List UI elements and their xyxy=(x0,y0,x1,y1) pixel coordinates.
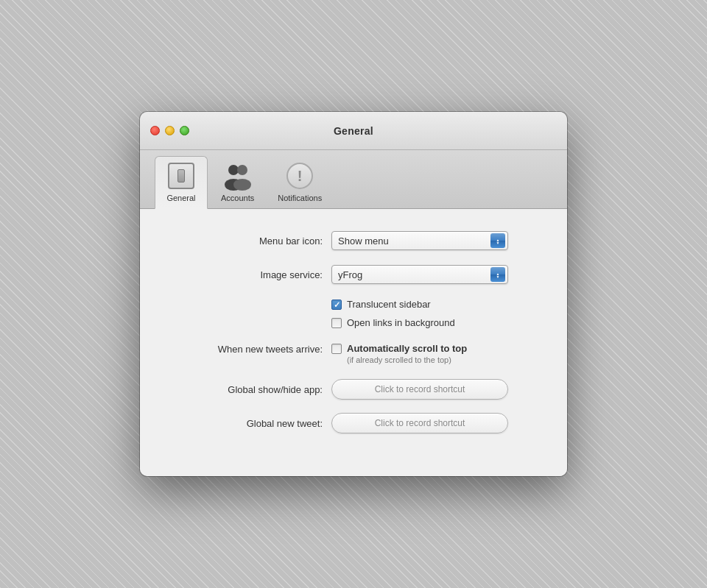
global-tweet-row: Global new tweet: Click to record shortc… xyxy=(169,413,538,433)
auto-scroll-check-row: Automatically scroll to top xyxy=(331,343,467,354)
tab-notifications[interactable]: ! Notifications xyxy=(267,157,332,208)
window-title: General xyxy=(334,125,373,137)
preferences-window: General General Accounts ! xyxy=(140,112,567,476)
new-tweets-content: Automatically scroll to top (if already … xyxy=(331,343,467,364)
translucent-sidebar-row: Translucent sidebar xyxy=(331,299,538,310)
svg-point-3 xyxy=(233,179,251,191)
auto-scroll-subtext: (if already scrolled to the top) xyxy=(347,355,467,364)
svg-point-0 xyxy=(228,165,239,175)
content-area: Menu bar icon: Show menu Hide menu Image… xyxy=(140,209,567,476)
auto-scroll-label: Automatically scroll to top xyxy=(347,343,467,354)
notifications-icon: ! xyxy=(285,161,314,191)
accounts-icon xyxy=(223,161,253,191)
tab-accounts-label: Accounts xyxy=(221,194,254,202)
translucent-sidebar-label: Translucent sidebar xyxy=(347,299,431,310)
tab-notifications-label: Notifications xyxy=(278,194,322,202)
minimize-button[interactable] xyxy=(165,126,175,135)
global-show-label: Global show/hide app: xyxy=(169,384,331,395)
maximize-button[interactable] xyxy=(180,126,189,135)
checkboxes-row: Translucent sidebar Open links in backgr… xyxy=(169,299,538,328)
form: Menu bar icon: Show menu Hide menu Image… xyxy=(169,231,538,433)
menu-bar-icon-control: Show menu Hide menu xyxy=(331,231,538,250)
toolbar: General Accounts ! Notifications xyxy=(140,150,567,209)
menu-bar-icon-label: Menu bar icon: xyxy=(169,235,331,247)
checkboxes-area: Translucent sidebar Open links in backgr… xyxy=(331,299,538,328)
new-tweets-row: When new tweets arrive: Automatically sc… xyxy=(169,343,538,364)
tab-accounts[interactable]: Accounts xyxy=(211,157,264,208)
general-icon xyxy=(166,161,196,191)
open-links-checkbox[interactable] xyxy=(331,318,342,328)
global-show-shortcut-button[interactable]: Click to record shortcut xyxy=(331,379,508,400)
menu-bar-icon-row: Menu bar icon: Show menu Hide menu xyxy=(169,231,538,250)
close-button[interactable] xyxy=(150,126,160,135)
auto-scroll-checkbox[interactable] xyxy=(331,344,342,354)
menu-bar-icon-select-wrapper: Show menu Hide menu xyxy=(331,231,508,250)
image-service-row: Image service: yFrog TwitPic img.ly xyxy=(169,265,538,284)
image-service-select[interactable]: yFrog TwitPic img.ly xyxy=(331,265,508,284)
image-service-select-wrapper: yFrog TwitPic img.ly xyxy=(331,265,508,284)
titlebar: General xyxy=(140,112,567,150)
tab-general[interactable]: General xyxy=(155,156,208,209)
svg-point-2 xyxy=(237,165,247,175)
open-links-row: Open links in background xyxy=(331,317,538,328)
new-tweets-label: When new tweets arrive: xyxy=(169,343,331,355)
menu-bar-icon-select[interactable]: Show menu Hide menu xyxy=(331,231,508,250)
global-tweet-shortcut-button[interactable]: Click to record shortcut xyxy=(331,413,508,433)
image-service-label: Image service: xyxy=(169,269,331,280)
translucent-sidebar-checkbox[interactable] xyxy=(331,300,342,310)
image-service-control: yFrog TwitPic img.ly xyxy=(331,265,538,284)
tab-general-label: General xyxy=(166,194,195,202)
traffic-lights xyxy=(150,126,189,135)
global-tweet-label: Global new tweet: xyxy=(169,418,331,429)
open-links-label: Open links in background xyxy=(347,317,455,328)
global-show-row: Global show/hide app: Click to record sh… xyxy=(169,379,538,400)
